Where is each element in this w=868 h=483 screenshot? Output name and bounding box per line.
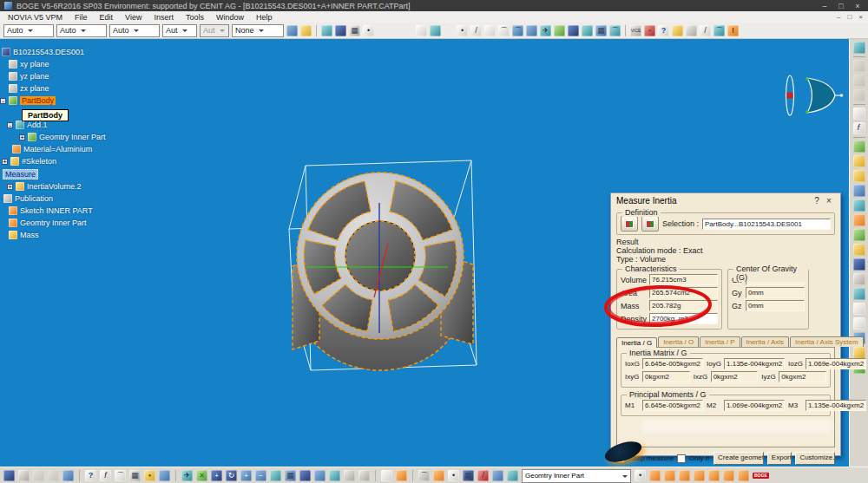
measure-between-icon[interactable] <box>381 470 392 481</box>
fillet-icon[interactable] <box>853 303 865 315</box>
link-icon[interactable] <box>418 470 430 481</box>
view-page-icon[interactable] <box>853 89 865 101</box>
power-copy-icon[interactable] <box>694 470 705 481</box>
annotation-bubble-icon[interactable] <box>115 470 126 481</box>
tolerance-icon[interactable] <box>463 470 474 481</box>
power-copy-icon[interactable] <box>738 470 749 481</box>
menu-insert[interactable]: Insert <box>148 13 180 22</box>
shaft-icon[interactable] <box>853 170 865 182</box>
mdi-minimize-button[interactable]: – <box>833 13 844 21</box>
tab-inertia-axis-system[interactable]: Inertia / Axis System <box>790 336 863 347</box>
power-copy-icon[interactable] <box>649 470 661 481</box>
team-settings-icon[interactable] <box>672 25 683 36</box>
tree-node-zx-plane[interactable]: zx plane <box>9 83 49 94</box>
tree-node-yz-plane[interactable]: yz plane <box>9 71 49 82</box>
expander-icon[interactable] <box>2 159 8 165</box>
save-icon[interactable] <box>3 470 15 481</box>
tree-node-material[interactable]: Material=Aluminium <box>12 144 92 154</box>
update-icon[interactable] <box>526 25 537 36</box>
swap-visible-icon[interactable] <box>554 25 565 36</box>
viewport-3d[interactable]: B10215543.DES001 xy plane yz plane zx pl… <box>0 39 868 467</box>
tree-node-publication[interactable]: Publication <box>3 193 53 204</box>
fly-mode-icon[interactable] <box>181 470 193 481</box>
normal-view-icon[interactable] <box>270 470 281 481</box>
tree-node-xy-plane[interactable]: xy plane <box>9 59 49 69</box>
current-instance-combo[interactable]: Geomtry Inner Part <box>522 469 631 483</box>
selection-trap-icon[interactable] <box>635 470 646 481</box>
menu-window[interactable]: Window <box>210 13 250 22</box>
only-main-bodies-checkbox[interactable] <box>677 454 686 463</box>
zoom-in-icon[interactable] <box>240 470 252 481</box>
pocket-icon[interactable] <box>853 155 865 167</box>
graphic-props-combo-2[interactable]: Auto <box>56 24 107 37</box>
menu-tools[interactable]: Tools <box>180 13 210 22</box>
tree-node-geomtry-inner-part-2[interactable]: Geomtry Inner Part <box>9 218 87 228</box>
knowledge-icon[interactable] <box>159 470 170 481</box>
hide-show-icon[interactable] <box>344 470 355 481</box>
density-input[interactable]: 2700kg_m3 <box>649 313 718 324</box>
session-icon[interactable] <box>433 470 444 481</box>
plane-icon[interactable] <box>484 25 496 36</box>
arc-tool-icon[interactable] <box>713 25 725 36</box>
expander-icon[interactable] <box>7 122 13 128</box>
tree-node-geomtry-inner-part[interactable]: Geomtry Inner Part <box>19 132 106 142</box>
tree-node-measure[interactable]: Measure <box>3 169 38 179</box>
sketcher-icon[interactable] <box>853 42 865 54</box>
menu-file[interactable]: File <box>69 13 94 22</box>
compass[interactable] <box>776 72 844 121</box>
dialog-title-bar[interactable]: Measure Inertia ? × <box>611 193 840 207</box>
design-table-icon[interactable] <box>129 470 141 481</box>
customize-button[interactable]: Customize... <box>795 452 835 465</box>
graphic-props-combo-3[interactable]: Auto <box>109 24 160 37</box>
print-icon[interactable] <box>18 470 30 481</box>
hole-icon[interactable] <box>853 199 865 212</box>
shaded-view-icon[interactable] <box>314 470 326 481</box>
photo-icon[interactable] <box>335 25 346 36</box>
pad-icon[interactable] <box>853 140 865 153</box>
inertia-mode-button-2[interactable] <box>641 216 659 232</box>
ellipsis-icon[interactable] <box>686 25 697 36</box>
shell-icon[interactable] <box>853 347 865 359</box>
selection-field[interactable]: PartBody...B10215543.DES001 <box>702 219 831 230</box>
view-page-icon[interactable] <box>853 75 865 87</box>
frame-icon[interactable] <box>416 25 427 36</box>
layers-icon[interactable] <box>492 470 503 481</box>
tree-node-sketch-inner-part[interactable]: Sketch INNER PART <box>9 206 93 216</box>
power-copy-icon[interactable] <box>664 470 675 481</box>
minimize-button[interactable]: – <box>819 2 831 10</box>
stiffener-icon[interactable] <box>853 244 865 256</box>
menu-novia[interactable]: NOVIA V5 VPM <box>2 13 69 22</box>
tree-node-skeleton[interactable]: #Skeleton <box>2 156 56 166</box>
chamfer-icon[interactable] <box>853 317 865 330</box>
zoom-region-icon[interactable] <box>363 25 374 36</box>
interference-icon[interactable] <box>477 470 489 481</box>
expander-icon[interactable] <box>7 184 13 190</box>
spiral-icon[interactable] <box>512 25 523 36</box>
select-pointer-icon[interactable] <box>853 108 865 120</box>
diamond-surface-icon[interactable] <box>507 470 518 481</box>
close-button[interactable]: × <box>852 2 864 10</box>
warning-flag-icon[interactable] <box>727 25 739 36</box>
vice-label-icon[interactable] <box>630 25 641 36</box>
paste-icon[interactable] <box>62 470 74 481</box>
axis-system-icon[interactable] <box>448 470 459 481</box>
catalog-icon[interactable] <box>568 25 579 36</box>
menu-help[interactable]: Help <box>250 13 279 22</box>
tab-inertia-axis[interactable]: Inertia / Axis <box>741 336 790 347</box>
boomerang-icon[interactable] <box>609 25 621 36</box>
rib-icon[interactable] <box>853 214 865 226</box>
tab-inertia-g[interactable]: Inertia / G <box>616 337 657 348</box>
mdi-close-button[interactable]: × <box>855 13 866 21</box>
user-lock-icon[interactable] <box>644 25 655 36</box>
power-copy-icon[interactable] <box>679 470 690 481</box>
cube-magnify-icon[interactable] <box>582 25 593 36</box>
mdi-restore-button[interactable]: □ <box>844 13 855 21</box>
layer-combo[interactable]: None <box>232 24 284 37</box>
point-icon[interactable] <box>457 25 468 36</box>
line-icon[interactable] <box>470 25 482 36</box>
dialog-close-button[interactable]: × <box>823 196 835 206</box>
maximize-button[interactable]: □ <box>835 2 847 10</box>
menu-edit[interactable]: Edit <box>94 13 120 22</box>
measure-item-icon[interactable] <box>396 470 407 481</box>
menu-view[interactable]: View <box>119 13 148 22</box>
